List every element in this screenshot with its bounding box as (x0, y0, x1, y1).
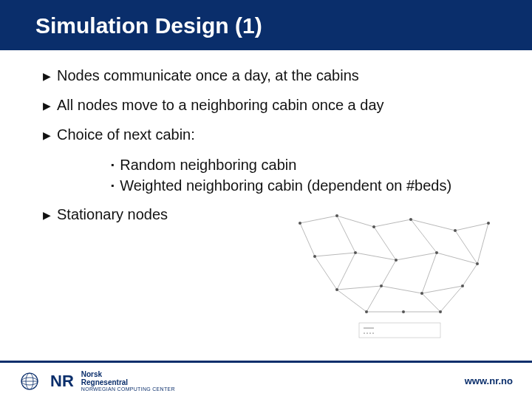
sub-bullet-text: Random neighboring cabin (120, 155, 296, 174)
bullet-text: Stationary nodes (57, 205, 168, 224)
network-graph-icon (285, 201, 507, 341)
svg-point-39 (435, 251, 438, 254)
logo-mark: NR (19, 371, 74, 392)
triangle-right-icon: ▶ (43, 205, 51, 225)
svg-point-32 (372, 225, 375, 228)
logo-line3: NORWEGIAN COMPUTING CENTER (81, 386, 175, 392)
content-area: ▶ Nodes communicate once a day, at the c… (0, 50, 532, 225)
bullet-text: Choice of next cabin: (57, 126, 195, 144)
bullet-item: ▶ All nodes move to a neighboring cabin … (43, 96, 502, 115)
page-title: Simulation Design (1) (35, 13, 262, 38)
svg-point-36 (313, 255, 316, 258)
logo-globe-icon (19, 371, 46, 392)
svg-point-35 (487, 222, 490, 225)
slide: Simulation Design (1) ▶ Nodes communicat… (0, 0, 532, 399)
sub-bullet-list: ▪ Random neighboring cabin ▪ Weighted ne… (111, 155, 502, 195)
svg-point-38 (395, 259, 398, 262)
svg-point-40 (476, 262, 479, 265)
sub-bullet-item: ▪ Random neighboring cabin (111, 155, 502, 174)
svg-point-45 (365, 310, 368, 313)
square-bullet-icon: ▪ (111, 155, 114, 174)
svg-point-34 (454, 229, 457, 232)
logo-line1: Norsk (81, 370, 175, 378)
triangle-right-icon: ▶ (43, 66, 51, 86)
bullet-text: All nodes move to a neighboring cabin on… (57, 96, 384, 115)
logo: NR Norsk Regnesentral NORWEGIAN COMPUTIN… (19, 370, 175, 392)
logo-nr-text: NR (50, 372, 74, 391)
bullet-text: Nodes communicate once a day, at the cab… (57, 66, 359, 85)
bullet-item: ▶ Nodes communicate once a day, at the c… (43, 66, 502, 86)
bullet-item: ▶ Choice of next cabin: (43, 126, 502, 145)
svg-point-46 (402, 310, 405, 313)
triangle-right-icon: ▶ (43, 126, 51, 145)
triangle-right-icon: ▶ (43, 96, 51, 115)
svg-point-44 (461, 284, 464, 287)
svg-point-31 (335, 214, 338, 217)
logo-line2: Regnesentral (81, 378, 175, 386)
svg-point-47 (439, 310, 442, 313)
svg-point-41 (335, 288, 338, 291)
svg-point-33 (409, 218, 412, 221)
svg-point-37 (354, 251, 357, 254)
sub-bullet-item: ▪ Weighted neighboring cabin (dependent … (111, 176, 502, 195)
footer: NR Norsk Regnesentral NORWEGIAN COMPUTIN… (0, 361, 532, 399)
square-bullet-icon: ▪ (111, 176, 114, 195)
footer-url: www.nr.no (465, 375, 513, 386)
network-graph-figure (285, 201, 507, 341)
svg-rect-0 (285, 201, 507, 341)
logo-text-block: Norsk Regnesentral NORWEGIAN COMPUTING C… (81, 370, 175, 392)
svg-point-42 (380, 284, 383, 287)
svg-point-43 (420, 292, 423, 295)
sub-bullet-text: Weighted neighboring cabin (dependent on… (120, 176, 451, 195)
svg-point-30 (299, 222, 301, 225)
title-bar: Simulation Design (1) (0, 0, 532, 50)
